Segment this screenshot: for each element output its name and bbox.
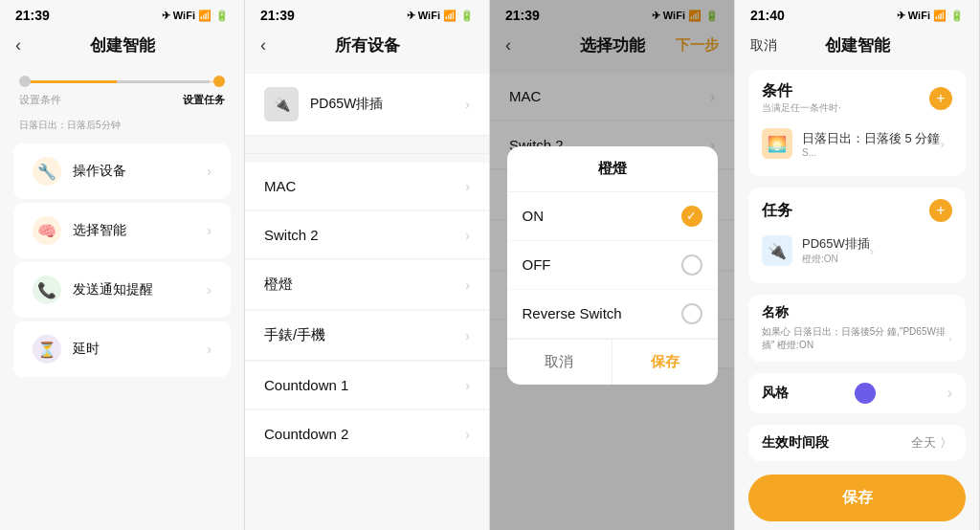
modal-box: 橙燈 ON ✓ OFF Reverse Switch 取消 保存 bbox=[507, 146, 718, 385]
status-icons-1: ✈ WiFi 📶 🔋 bbox=[162, 10, 229, 22]
add-condition-button[interactable]: + bbox=[929, 87, 952, 110]
feature-name-countdown2: Countdown 2 bbox=[264, 426, 465, 442]
modal-option-on[interactable]: ON ✓ bbox=[507, 192, 718, 241]
delay-icon: ⏳ bbox=[33, 335, 61, 364]
panel-smart-summary: 21:40 ✈ WiFi 📶 🔋 取消 创建智能 条件 当满足任一条件时· + … bbox=[735, 0, 980, 530]
radio-on[interactable]: ✓ bbox=[681, 206, 702, 227]
modal-option-reverse[interactable]: Reverse Switch bbox=[507, 290, 718, 339]
feature-item-countdown2[interactable]: Countdown 2 › bbox=[245, 410, 489, 458]
time-section[interactable]: 生效时间段 全天 〉 bbox=[748, 425, 966, 461]
chevron-icon-device: › bbox=[465, 97, 470, 112]
radio-off[interactable] bbox=[681, 254, 702, 276]
task-name: PD65W排插 bbox=[802, 235, 870, 253]
style-section[interactable]: 风格 › bbox=[748, 373, 966, 413]
operate-icon: 🔧 bbox=[33, 157, 61, 186]
modal-cancel-button[interactable]: 取消 bbox=[507, 340, 613, 385]
progress-labels: 设置条件 设置任务 bbox=[19, 93, 225, 107]
modal-save-button[interactable]: 保存 bbox=[612, 340, 718, 385]
progress-section: → 设置条件 设置任务 bbox=[0, 64, 244, 117]
chevron-lamp: › bbox=[465, 277, 470, 293]
task-icon: 🔌 bbox=[762, 235, 792, 266]
battery-icon: 🔋 bbox=[215, 10, 229, 22]
conditions-header: 条件 当满足任一条件时· + bbox=[762, 81, 952, 115]
chevron-icon-notify: › bbox=[207, 282, 212, 298]
page-title-2: 所有设备 bbox=[335, 34, 400, 56]
page-title-1: 创建智能 bbox=[90, 34, 155, 56]
progress-dot-right bbox=[213, 76, 225, 87]
device-name-pd65w: PD65W排插 bbox=[310, 96, 465, 113]
chevron-style: › bbox=[947, 385, 952, 402]
conditions-sub: 当满足任一条件时· bbox=[762, 101, 841, 115]
tasks-header: 任务 + bbox=[762, 199, 952, 222]
menu-item-notify[interactable]: 📞 发送通知提醒 › bbox=[13, 262, 231, 318]
feature-list-panel2: MAC › Switch 2 › 橙燈 › 手錶/手機 › Countdown … bbox=[245, 162, 489, 459]
task-text-group: PD65W排插 橙燈:ON bbox=[802, 235, 870, 266]
feature-name-switch2: Switch 2 bbox=[264, 227, 465, 243]
chevron-task: › bbox=[870, 244, 874, 258]
save-button-bottom[interactable]: 保存 bbox=[748, 475, 966, 521]
style-color-dot bbox=[855, 383, 876, 404]
radio-reverse[interactable] bbox=[681, 303, 702, 324]
progress-dot-left bbox=[19, 76, 31, 87]
wifi-icon-4: ✈ WiFi 📶 bbox=[897, 10, 947, 22]
panel-select-feature: 21:39 ✈ WiFi 📶 🔋 ‹ 选择功能 下一步 MAC › Switch… bbox=[490, 0, 735, 530]
status-bar-1: 21:39 ✈ WiFi 📶 🔋 bbox=[0, 0, 244, 27]
chevron-condition: › bbox=[940, 137, 944, 151]
modal-overlay: 橙燈 ON ✓ OFF Reverse Switch 取消 保存 bbox=[490, 0, 734, 530]
conditions-card: 条件 当满足任一条件时· + 🌅 日落日出：日落後 5 分鐘 S... › bbox=[748, 70, 966, 176]
feature-item-countdown1[interactable]: Countdown 1 › bbox=[245, 362, 489, 409]
status-icons-4: ✈ WiFi 📶 🔋 bbox=[897, 10, 964, 22]
battery-icon-4: 🔋 bbox=[950, 10, 964, 22]
chevron-icon-smart: › bbox=[207, 223, 212, 238]
modal-label-reverse: Reverse Switch bbox=[523, 305, 681, 321]
modal-option-off[interactable]: OFF bbox=[507, 241, 718, 290]
menu-label-delay: 延时 bbox=[73, 341, 207, 358]
name-text: 如果心 日落日出：日落後5分 鐘,"PD65W排插" 橙燈:ON bbox=[762, 325, 948, 352]
chevron-icon-operate: › bbox=[207, 164, 212, 179]
modal-title: 橙燈 bbox=[507, 146, 718, 192]
back-button-2[interactable]: ‹ bbox=[260, 35, 266, 55]
feature-item-lamp[interactable]: 橙燈 › bbox=[245, 260, 489, 310]
chevron-name: › bbox=[948, 333, 952, 344]
menu-item-smart[interactable]: 🧠 选择智能 › bbox=[13, 203, 231, 258]
time-2: 21:39 bbox=[260, 8, 295, 23]
notify-icon: 📞 bbox=[33, 276, 61, 304]
menu-item-operate[interactable]: 🔧 操作设备 › bbox=[13, 144, 231, 199]
back-button-1[interactable]: ‹ bbox=[15, 35, 21, 55]
task-item-pd65w[interactable]: 🔌 PD65W排插 橙燈:ON › bbox=[762, 230, 952, 272]
task-sub: 橙燈:ON bbox=[802, 253, 870, 266]
menu-list: 🔧 操作设备 › 🧠 选择智能 › 📞 发送通知提醒 › ⏳ 延时 › bbox=[0, 132, 244, 530]
wifi-icon: ✈ WiFi 📶 bbox=[162, 10, 212, 22]
chevron-watch: › bbox=[465, 328, 470, 343]
name-section: 名称 如果心 日落日出：日落後5分 鐘,"PD65W排插" 橙燈:ON › bbox=[748, 295, 966, 362]
time-4: 21:40 bbox=[750, 8, 785, 23]
time-range-label: 生效时间段 bbox=[762, 434, 829, 452]
name-value[interactable]: 如果心 日落日出：日落後5分 鐘,"PD65W排插" 橙燈:ON › bbox=[762, 325, 952, 352]
add-task-button[interactable]: + bbox=[929, 199, 952, 222]
feature-name-watch: 手錶/手機 bbox=[264, 326, 465, 344]
panel-create-smart: 21:39 ✈ WiFi 📶 🔋 ‹ 创建智能 → 设置条件 设置任务 日落日出… bbox=[0, 0, 245, 530]
tasks-title: 任务 bbox=[762, 201, 792, 221]
condition-item-sunrise[interactable]: 🌅 日落日出：日落後 5 分鐘 S... › bbox=[762, 122, 952, 165]
top-nav-2: ‹ 所有设备 bbox=[245, 27, 489, 64]
cancel-button-top[interactable]: 取消 bbox=[750, 37, 777, 55]
conditions-title: 条件 bbox=[762, 81, 841, 101]
style-label: 风格 bbox=[762, 385, 789, 402]
menu-item-delay[interactable]: ⏳ 延时 › bbox=[13, 321, 231, 377]
progress-bar: → bbox=[19, 74, 225, 89]
menu-label-operate: 操作设备 bbox=[73, 163, 207, 180]
page-title-4: 创建智能 bbox=[825, 34, 890, 56]
device-item-pd65w[interactable]: 🔌 PD65W排插 › bbox=[245, 74, 489, 136]
status-bar-2: 21:39 ✈ WiFi 📶 🔋 bbox=[245, 0, 489, 27]
step-right-label: 设置任务 bbox=[183, 93, 225, 107]
step-left-label: 设置条件 bbox=[19, 93, 61, 107]
feature-item-switch2[interactable]: Switch 2 › bbox=[245, 211, 489, 259]
panel-all-devices: 21:39 ✈ WiFi 📶 🔋 ‹ 所有设备 🔌 PD65W排插 › MAC … bbox=[245, 0, 490, 530]
chevron-mac: › bbox=[465, 179, 470, 194]
feature-item-watch[interactable]: 手錶/手機 › bbox=[245, 311, 489, 361]
feature-item-mac[interactable]: MAC › bbox=[245, 163, 489, 210]
menu-label-smart: 选择智能 bbox=[73, 222, 207, 239]
name-label: 名称 bbox=[762, 304, 952, 321]
condition-text-group: 日落日出：日落後 5 分鐘 S... bbox=[802, 130, 940, 158]
time-range-value: 全天 〉 bbox=[911, 434, 952, 452]
